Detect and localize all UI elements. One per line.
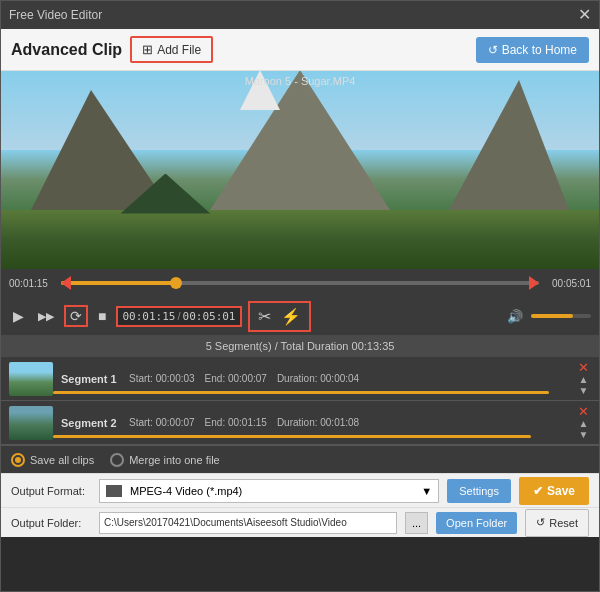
segment-1-label: Segment 1 [61, 373, 121, 385]
add-file-label: Add File [157, 43, 201, 57]
toolbar-left: Advanced Clip ⊞ Add File [11, 36, 213, 63]
close-button[interactable]: ✕ [578, 7, 591, 23]
segments-info: 5 Segment(s) / Total Duration 00:13:35 [1, 335, 599, 357]
segment-1-delete-button[interactable]: ✕ [576, 361, 591, 374]
format-select[interactable]: MPEG-4 Video (*.mp4) ▼ [99, 479, 439, 503]
segment-2-actions: ✕ ▲ ▼ [576, 405, 591, 440]
back-home-button[interactable]: ↺ Back to Home [476, 37, 589, 63]
segment-2-start: Start: 00:00:07 [129, 417, 195, 428]
segment-1-down-button[interactable]: ▼ [576, 386, 591, 396]
reset-label: Reset [549, 517, 578, 529]
title-bar: Free Video Editor ✕ [1, 1, 599, 29]
mountain-right [449, 80, 569, 210]
controls-bar: ▶ ▶▶ ⟳ ■ 00:01:15 / 00:05:01 ✂ ⚡ 🔊 [1, 297, 599, 335]
main-window: Free Video Editor ✕ Advanced Clip ⊞ Add … [0, 0, 600, 592]
play-icon: ▶ [13, 308, 24, 324]
segment-2-row: Segment 2 Start: 00:00:07 End: 00:01:15 … [1, 401, 599, 445]
segment-1-start: Start: 00:00:03 [129, 373, 195, 384]
segment-2-meta: Start: 00:00:07 End: 00:01:15 Duration: … [129, 417, 568, 428]
segment-2-duration: Duration: 00:01:08 [277, 417, 359, 428]
add-file-button[interactable]: ⊞ Add File [130, 36, 213, 63]
settings-button[interactable]: Settings [447, 479, 511, 503]
folder-path-text: C:\Users\20170421\Documents\Aiseesoft St… [104, 517, 347, 528]
save-all-radio-dot [15, 457, 21, 463]
merge-radio[interactable] [110, 453, 124, 467]
segment-1-thumbnail [9, 362, 53, 396]
total-time: 00:05:01 [183, 310, 236, 323]
toolbar: Advanced Clip ⊞ Add File ↺ Back to Home [1, 29, 599, 71]
video-area: Maroon 5 - Sugar.MP4 [1, 71, 599, 269]
time-display: 00:01:15 / 00:05:01 [116, 306, 241, 327]
segment-2-down-button[interactable]: ▼ [576, 430, 591, 440]
trim-right-handle[interactable] [529, 276, 539, 290]
cut-button[interactable]: ✂ [254, 305, 275, 328]
segment-1-actions: ✕ ▲ ▼ [576, 361, 591, 396]
play-button[interactable]: ▶ [9, 306, 28, 326]
segment-2-end: End: 00:01:15 [205, 417, 267, 428]
back-home-label: Back to Home [502, 43, 577, 57]
segment-row: Segment 1 Start: 00:00:03 End: 00:00:07 … [1, 357, 599, 401]
timeline-progress [61, 281, 176, 285]
format-icon [106, 485, 122, 497]
segment-1-up-button[interactable]: ▲ [576, 375, 591, 385]
timeline-track[interactable] [61, 281, 539, 285]
segment-2-thumbnail [9, 406, 53, 440]
segment-2-up-button[interactable]: ▲ [576, 419, 591, 429]
save-all-radio[interactable] [11, 453, 25, 467]
page-title: Advanced Clip [11, 41, 122, 59]
volume-icon[interactable]: 🔊 [503, 307, 527, 326]
timeline-end-time: 00:05:01 [543, 278, 591, 289]
cut-buttons: ✂ ⚡ [248, 301, 311, 332]
save-all-clips-option[interactable]: Save all clips [11, 453, 94, 467]
output-folder-row: Output Folder: C:\Users\20170421\Documen… [1, 507, 599, 537]
browse-folder-button[interactable]: ... [405, 512, 428, 534]
timeline-start-time: 00:01:15 [9, 278, 57, 289]
reset-icon: ↺ [536, 516, 545, 529]
volume-slider[interactable] [531, 314, 591, 318]
check-icon: ✔ [533, 484, 543, 498]
save-all-clips-label: Save all clips [30, 454, 94, 466]
segment-1-duration: Duration: 00:00:04 [277, 373, 359, 384]
open-folder-button[interactable]: Open Folder [436, 512, 517, 534]
window-title: Free Video Editor [9, 8, 102, 22]
stop-icon: ■ [98, 308, 106, 324]
output-format-row: Output Format: MPEG-4 Video (*.mp4) ▼ Se… [1, 473, 599, 507]
fast-forward-button[interactable]: ▶▶ [34, 308, 58, 325]
timeline-bar: 00:01:15 00:05:01 [1, 269, 599, 297]
save-options: Save all clips Merge into one file [1, 445, 599, 473]
ground-overlay [1, 210, 599, 269]
refresh-icon: ↺ [488, 43, 498, 57]
segment-1-bar [53, 391, 549, 394]
segment-2-delete-button[interactable]: ✕ [576, 405, 591, 418]
split-button[interactable]: ⚡ [277, 305, 305, 328]
video-filename: Maroon 5 - Sugar.MP4 [245, 75, 356, 87]
format-label: Output Format: [11, 485, 91, 497]
segment-2-bar [53, 435, 531, 438]
stop-button[interactable]: ■ [94, 306, 110, 326]
fast-forward-icon: ▶▶ [38, 310, 54, 323]
merge-option[interactable]: Merge into one file [110, 453, 220, 467]
segments-info-text: 5 Segment(s) / Total Duration 00:13:35 [206, 340, 395, 352]
loop-icon: ⟳ [70, 308, 82, 324]
add-file-icon: ⊞ [142, 42, 153, 57]
format-value: MPEG-4 Video (*.mp4) [130, 485, 242, 497]
current-time: 00:01:15 [122, 310, 175, 323]
volume-fill [531, 314, 573, 318]
merge-label: Merge into one file [129, 454, 220, 466]
timeline-thumb[interactable] [170, 277, 182, 289]
reset-button[interactable]: ↺ Reset [525, 509, 589, 537]
save-label: Save [547, 484, 575, 498]
trim-left-handle[interactable] [61, 276, 71, 290]
video-thumbnail [1, 71, 599, 269]
save-button[interactable]: ✔ Save [519, 477, 589, 505]
mountain-center [210, 71, 390, 210]
volume-area: 🔊 [503, 307, 591, 326]
folder-path: C:\Users\20170421\Documents\Aiseesoft St… [99, 512, 397, 534]
segment-2-label: Segment 2 [61, 417, 121, 429]
segment-1-end: End: 00:00:07 [205, 373, 267, 384]
segment-1-meta: Start: 00:00:03 End: 00:00:07 Duration: … [129, 373, 568, 384]
folder-label: Output Folder: [11, 517, 91, 529]
loop-button[interactable]: ⟳ [64, 305, 88, 327]
chevron-down-icon: ▼ [421, 485, 432, 497]
